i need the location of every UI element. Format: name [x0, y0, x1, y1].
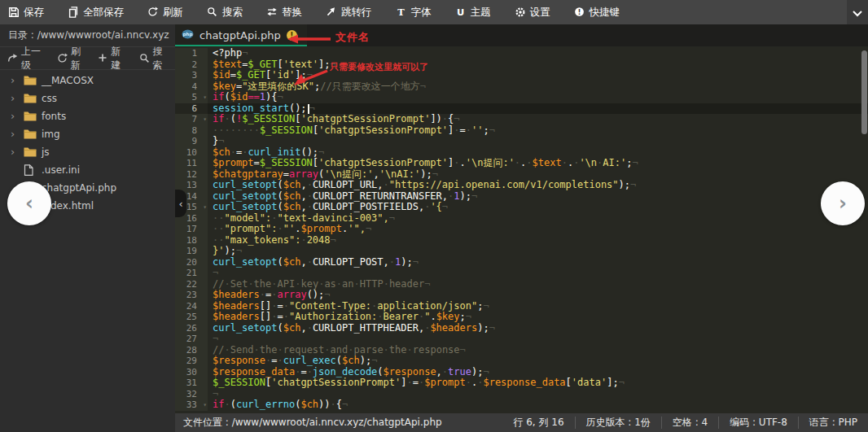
- code-line-25[interactable]: 25$headers[]·=·"Authorization:·Bearer·".…: [175, 312, 868, 323]
- file-location: 文件位置 : /www/wwwroot/ai.nncv.xyz/chatgptA…: [175, 416, 502, 430]
- tree-item-label: .user.ini: [42, 164, 80, 176]
- annotation-filename: 文件名: [335, 30, 370, 45]
- toolbar-button-save-all[interactable]: 全部保存: [68, 6, 124, 20]
- sidebar-action-label: 新建: [111, 45, 126, 72]
- tree-item--macosx[interactable]: ›__MACOSX: [0, 72, 175, 89]
- code-line-28[interactable]: 28//·Send·the·request·and·parse·the·resp…: [175, 345, 868, 356]
- status-item-4[interactable]: 语言 : PHP: [798, 417, 868, 429]
- line-number: 24: [175, 301, 208, 312]
- code-line-26[interactable]: 26curl_setopt($ch,·CURLOPT_HTTPHEADER,·$…: [175, 323, 868, 334]
- code-line-32[interactable]: 32¬: [175, 389, 868, 400]
- line-number: 12: [175, 169, 208, 181]
- code-line-14[interactable]: 14curl_setopt($ch,·CURLOPT_RETURNTRANSFE…: [175, 191, 868, 203]
- code-line-2[interactable]: 2$text=$_GET['text'];¬: [175, 59, 868, 71]
- toolbar-button-search[interactable]: 搜索: [207, 6, 243, 20]
- save-all-icon: [68, 7, 79, 18]
- code-line-33[interactable]: 33▾if·(curl_errno($ch))·{¬: [175, 399, 868, 411]
- php-file-icon: php: [182, 28, 194, 42]
- code-line-3[interactable]: 3$id=$_GET['id'];¬: [175, 70, 868, 81]
- line-number: 33▾: [175, 399, 208, 411]
- search-icon: [139, 53, 150, 63]
- code-line-24[interactable]: 24$headers[]·=·"Content-Type:·applicatio…: [175, 301, 868, 312]
- toolbar-button-label: 保存: [24, 6, 44, 20]
- chevron-left-icon: ‹: [25, 192, 33, 215]
- code-line-16[interactable]: 16··"model":·"text-davinci-003",¬: [175, 213, 868, 225]
- prev-page-button[interactable]: ‹: [7, 181, 51, 225]
- toolbar-button-settings[interactable]: 设置: [515, 6, 550, 20]
- code-line-18[interactable]: 18··"max_tokens":·2048¬: [175, 235, 868, 247]
- code-line-27[interactable]: 27¬: [175, 334, 868, 345]
- chevron-right-icon: ›: [11, 76, 19, 85]
- toolbar-button-font[interactable]: T字体: [396, 6, 432, 20]
- goto-line-icon: [326, 7, 337, 18]
- toolbar-button-refresh[interactable]: 刷新: [147, 6, 183, 20]
- code-line-17[interactable]: 17··"prompt":·"'.$prompt.'",¬: [175, 224, 868, 235]
- line-number: 26: [175, 323, 208, 334]
- code-line-6[interactable]: 6session_start();¬: [175, 103, 868, 115]
- code-line-29[interactable]: 29$response·=·curl_exec($ch);¬: [175, 356, 868, 367]
- sidebar-action-refresh[interactable]: 刷新: [57, 45, 85, 72]
- next-page-button[interactable]: ›: [821, 181, 865, 225]
- line-number: 18: [175, 235, 208, 247]
- line-number: 1: [175, 48, 208, 59]
- tree-item-label: __MACOSX: [42, 75, 94, 86]
- folder-icon: [24, 129, 37, 140]
- toolbar-button-replace[interactable]: 替换: [266, 6, 302, 20]
- toolbar-button-theme[interactable]: U主题: [455, 6, 491, 20]
- code-line-22[interactable]: 22//·Set·the·API·key·as·an·HTTP·header¬: [175, 279, 868, 290]
- fold-marker-icon[interactable]: ▾: [203, 92, 207, 103]
- toolbar-button-goto-line[interactable]: 跳转行: [326, 6, 372, 20]
- annotation-modify-hint: 只需要修改这里就可以了: [330, 61, 428, 73]
- code-line-15[interactable]: 15▾curl_setopt($ch,·CURLOPT_POSTFIELDS,·…: [175, 202, 868, 213]
- sidebar-action-new[interactable]: 新建: [98, 45, 126, 72]
- annotation-arrow-left-icon: [287, 33, 332, 45]
- line-number: 31: [175, 377, 208, 389]
- sidebar-collapse-handle[interactable]: ‹: [175, 190, 186, 217]
- status-item-1[interactable]: 历史版本 : 1份: [575, 417, 661, 429]
- status-bar: 文件位置 : /www/wwwroot/ai.nncv.xyz/chatgptA…: [175, 413, 868, 432]
- svg-text:T: T: [397, 7, 405, 17]
- tree-item-css[interactable]: ›css: [0, 89, 175, 107]
- line-number: 6: [175, 103, 208, 115]
- tree-item-fonts[interactable]: ›fonts: [0, 107, 175, 125]
- line-number: 23: [175, 290, 208, 301]
- editor-area: php chatgptApi.php ! 1<?php¬2$text=$_GET…: [175, 24, 868, 413]
- code-line-5[interactable]: 5▾if($id==1){¬: [175, 92, 868, 103]
- tree-item-js[interactable]: ›js: [0, 143, 175, 161]
- code-line-11[interactable]: 11$prompt=$_SESSION['chatgptSessionPromp…: [175, 158, 868, 169]
- code-line-30[interactable]: 30$response_data·=·json_decode($response…: [175, 367, 868, 378]
- fold-marker-icon[interactable]: ▾: [203, 399, 207, 411]
- line-number: 2: [175, 59, 208, 71]
- code-line-21[interactable]: 21¬: [175, 268, 868, 279]
- annotation-arrow-diagonal-icon: [292, 68, 329, 89]
- tree-item--user-ini[interactable]: .user.ini: [0, 161, 175, 179]
- code-line-4[interactable]: 4$key="这里填你的SK";//只需要改这一个地方¬: [175, 81, 868, 93]
- code-line-1[interactable]: 1<?php¬: [175, 48, 868, 59]
- toolbar-button-hotkeys[interactable]: !快捷键: [574, 6, 620, 20]
- code-line-7[interactable]: 7▾if·(!$_SESSION['chatgptSessionPrompt']…: [175, 114, 868, 125]
- code-line-9[interactable]: 9}¬: [175, 136, 868, 147]
- code-line-8[interactable]: 8········$_SESSION['chatgptSessionPrompt…: [175, 125, 868, 137]
- status-item-2[interactable]: 空格 : 4: [661, 417, 718, 429]
- code-line-19[interactable]: 19}');¬: [175, 246, 868, 257]
- code-view[interactable]: 1<?php¬2$text=$_GET['text'];¬3$id=$_GET[…: [175, 46, 868, 413]
- tree-item-img[interactable]: ›img: [0, 125, 175, 143]
- scrollbar-thumb[interactable]: [861, 50, 867, 134]
- status-item-3[interactable]: 编码 : UTF-8: [718, 417, 798, 429]
- code-line-20[interactable]: 20curl_setopt($ch,·CURLOPT_POST,·1);¬: [175, 257, 868, 268]
- line-number: 11: [175, 158, 208, 169]
- code-line-10[interactable]: 10$ch·=·curl_init();¬: [175, 147, 868, 159]
- code-line-12[interactable]: 12$chatgptaray=array('\n提问:','\nAI:');¬: [175, 169, 868, 181]
- code-line-31[interactable]: 31$_SESSION['chatgptSessionPrompt']·=·$p…: [175, 377, 868, 389]
- fold-marker-icon[interactable]: ▾: [203, 202, 207, 213]
- sidebar-action-label: 上一级: [21, 45, 45, 72]
- sidebar-action-search[interactable]: 搜索: [139, 45, 168, 72]
- toolbar-collapse-button[interactable]: [847, 0, 868, 24]
- toolbar-button-save[interactable]: 保存: [8, 6, 44, 20]
- sidebar-action-up-level[interactable]: 上一级: [7, 45, 45, 72]
- code-line-23[interactable]: 23$headers·=·array();¬: [175, 290, 868, 301]
- fold-marker-icon[interactable]: ▾: [203, 114, 207, 125]
- sidebar-actions: 上一级刷新新建搜索: [0, 47, 175, 70]
- toolbar-button-label: 设置: [530, 6, 550, 20]
- code-line-13[interactable]: 13curl_setopt($ch,·CURLOPT_URL,·"https:/…: [175, 180, 868, 191]
